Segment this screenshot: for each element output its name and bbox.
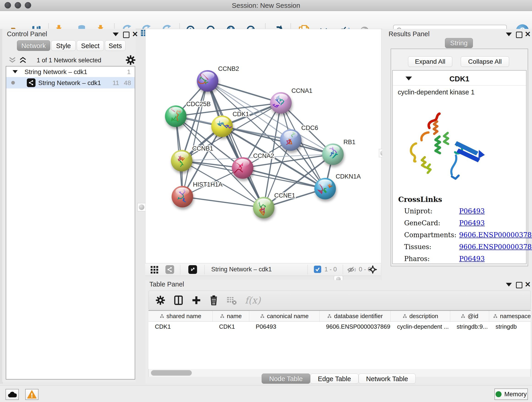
crosslink-link[interactable]: 9606.ENSP00000378699 <box>459 243 532 251</box>
crosslink-label: Tissues: <box>404 243 431 251</box>
crosslink-row-uniprot: Uniprot:P06493 <box>404 207 523 219</box>
column-header-@id[interactable]: @id <box>450 311 489 321</box>
node-RB1[interactable]: RB1 <box>322 139 355 165</box>
node-label-CCNB2: CCNB2 <box>218 65 239 72</box>
column-header-description[interactable]: description <box>391 311 450 321</box>
selected-checkbox-icon[interactable] <box>314 266 321 273</box>
network-options-gear-icon[interactable] <box>126 55 136 65</box>
network-collection-row[interactable]: String Network – cdk1 1 <box>6 66 135 77</box>
tab-network-table[interactable]: Network Table <box>359 374 416 384</box>
crosslink-row-pharos: Pharos:P06493 <box>404 255 523 267</box>
cloud-button[interactable] <box>6 389 19 400</box>
node-CCNA1[interactable]: CCNA1 <box>270 87 312 114</box>
sort-icon[interactable] <box>327 314 332 318</box>
table-row[interactable]: CDK1CDK1P064939606.ENSP00000378699cyclin… <box>148 322 531 332</box>
network-label: String Network – cdk1 <box>38 79 101 87</box>
title-bar: Session: New Session <box>0 0 532 11</box>
separator <box>204 265 205 274</box>
warning-button[interactable] <box>25 389 38 400</box>
fit-selected-crosshair-icon[interactable] <box>368 265 378 274</box>
control-panel-title: Control Panel <box>7 30 47 38</box>
expand-all-button[interactable]: Expand All <box>408 56 452 67</box>
column-header-database-identifier[interactable]: database identifier <box>320 311 391 321</box>
results-panel-title: Results Panel <box>389 30 430 38</box>
node-label-CCNE1: CCNE1 <box>274 192 295 199</box>
control-panel-close-icon[interactable]: ✕ <box>132 31 138 37</box>
add-column-icon[interactable] <box>192 296 201 305</box>
table-cell: stringdb <box>489 322 531 332</box>
network-canvas[interactable]: CCNB2CCNA1CDC25BCDK1CDC6RB1CCNB1CCNA2CDK… <box>145 29 381 263</box>
tab-sets[interactable]: Sets <box>105 40 126 51</box>
node-CDKN1A[interactable]: CDKN1A <box>314 173 361 199</box>
string-view-icon[interactable] <box>165 265 174 274</box>
edge-CCNB2-CCNA1[interactable] <box>208 81 281 103</box>
function-builder-icon[interactable]: f(x) <box>245 295 261 306</box>
memory-button[interactable]: Memory <box>494 389 528 400</box>
collection-expander-icon[interactable] <box>13 70 18 73</box>
sort-icon[interactable] <box>260 314 265 318</box>
cloud-icon <box>7 391 17 398</box>
crosslink-row-compartments: Compartments:9606.ENSP00000378699 <box>404 231 523 243</box>
open-in-window-icon[interactable] <box>188 265 197 274</box>
table-panel-collapse-icon[interactable] <box>506 283 512 287</box>
edge-CCNB2-HIST1H1A[interactable] <box>182 81 208 197</box>
network-status-dot-icon <box>11 81 15 85</box>
tab-style[interactable]: Style <box>51 40 76 51</box>
crosslink-link[interactable]: P06493 <box>459 207 485 215</box>
column-header-canonical-name[interactable]: canonical name <box>249 311 320 321</box>
crosslink-link[interactable]: 9606.ENSP00000378699 <box>459 231 532 239</box>
table-panel-close-icon[interactable]: ✕ <box>525 281 531 287</box>
sort-icon[interactable] <box>220 314 225 318</box>
tab-select[interactable]: Select <box>77 40 104 51</box>
tab-edge-table[interactable]: Edge Table <box>310 374 359 384</box>
node-label-CCNA1: CCNA1 <box>291 87 312 94</box>
sort-icon[interactable] <box>461 314 465 318</box>
results-panel-float-icon[interactable] <box>516 32 522 38</box>
node-label-HIST1H1A: HIST1H1A <box>193 181 222 188</box>
delete-column-icon[interactable] <box>209 295 218 305</box>
results-panel-close-icon[interactable]: ✕ <box>525 31 531 37</box>
memory-label: Memory <box>504 391 527 398</box>
crosslink-label: Compartments: <box>404 231 456 239</box>
node-label-CCNB1: CCNB1 <box>192 145 213 152</box>
control-panel-collapse-icon[interactable] <box>113 32 119 36</box>
column-header-namespace[interactable]: namespace <box>489 311 531 321</box>
node-CCNB1[interactable]: CCNB1 <box>171 145 213 172</box>
node-HIST1H1A[interactable]: HIST1H1A <box>172 181 222 207</box>
main-toolbar: ? <box>0 11 532 29</box>
column-header-name[interactable]: name <box>213 311 249 321</box>
control-panel-float-icon[interactable] <box>123 32 129 38</box>
table-cell: cyclin-dependent ... <box>391 322 450 332</box>
control-panel: Control Panel ✕ NetworkStyleSelectSets 1… <box>2 29 136 382</box>
protein-structure-image <box>403 109 485 185</box>
show-columns-icon[interactable] <box>173 295 184 305</box>
results-panel-collapse-icon[interactable] <box>506 32 512 36</box>
tab-node-table[interactable]: Node Table <box>262 374 310 384</box>
node-CCNE1[interactable]: CCNE1 <box>253 192 295 218</box>
table-panel: Table Panel ✕ f(x) shared namenamecanoni… <box>145 280 532 384</box>
tab-string[interactable]: String <box>445 38 473 48</box>
column-header-shared-name[interactable]: shared name <box>148 311 213 321</box>
network-row[interactable]: String Network – cdk1 11 48 <box>6 77 135 89</box>
left-splitter-handle[interactable] <box>138 203 146 211</box>
node-CDK1[interactable]: CDK1 <box>211 111 249 137</box>
table-type-tabs: Node TableEdge TableNetwork Table <box>145 374 532 384</box>
sort-icon[interactable] <box>403 314 407 318</box>
edge-HIST1H1A-CCNE1[interactable] <box>182 197 264 208</box>
node-table: shared namenamecanonical namedatabase id… <box>148 310 531 377</box>
sort-icon[interactable] <box>160 314 164 318</box>
edge-CCNB2-CCNE1[interactable] <box>208 81 264 208</box>
tab-network[interactable]: Network <box>17 40 50 51</box>
table-cell: CDK1 <box>213 322 249 332</box>
hidden-eye-icon[interactable] <box>347 266 357 274</box>
crosslink-link[interactable]: P06493 <box>459 255 485 263</box>
table-panel-float-icon[interactable] <box>516 282 522 288</box>
column-header-label: namespace <box>500 313 531 320</box>
grid-view-icon[interactable] <box>150 266 158 274</box>
clear-table-icon[interactable] <box>227 296 237 305</box>
collapse-all-button[interactable]: Collapse All <box>461 56 509 67</box>
sort-icon[interactable] <box>493 314 498 318</box>
table-options-gear-icon[interactable] <box>156 295 165 305</box>
network-list: String Network – cdk1 1 String Network –… <box>6 66 135 380</box>
crosslink-link[interactable]: P06493 <box>459 219 485 227</box>
